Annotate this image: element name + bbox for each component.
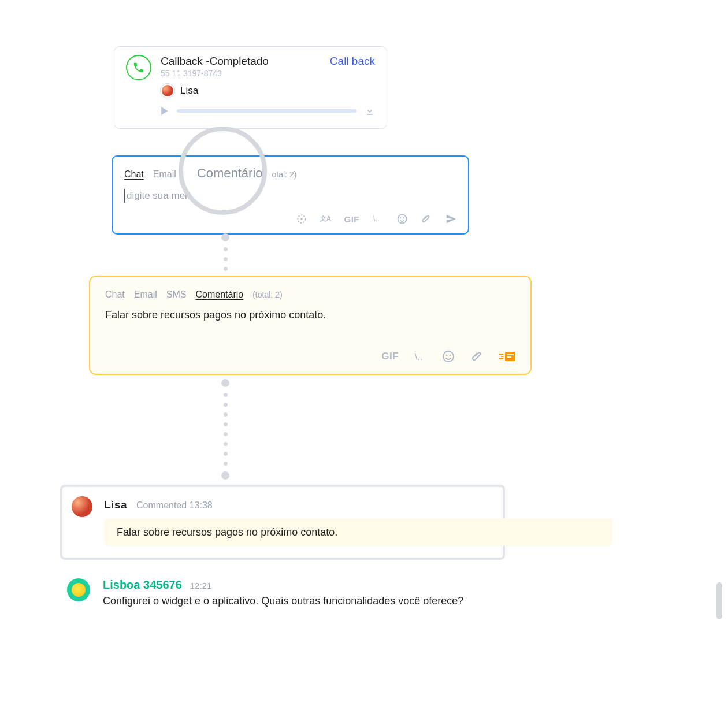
cobrowse-icon[interactable] xyxy=(296,213,307,225)
comment-header: Lisa Commented 13:38 xyxy=(104,499,213,511)
svg-text:\..: \.. xyxy=(415,351,423,362)
svg-point-4 xyxy=(398,215,407,224)
comment-meta: Commented 13:38 xyxy=(136,500,213,511)
compose-toolbar: 文A GIF \.. xyxy=(296,213,458,225)
tab-email[interactable]: Email xyxy=(134,289,157,300)
send-comment-icon[interactable] xyxy=(499,350,517,363)
compose-tabs: Chat Email Comentário otal: 2) xyxy=(124,166,456,181)
svg-point-10 xyxy=(450,355,451,356)
svg-point-1 xyxy=(300,218,302,220)
emoji-icon[interactable] xyxy=(396,213,408,225)
comment-text: Falar sobre recursos pagos no próximo co… xyxy=(117,526,337,538)
comment-bubble: Falar sobre recursos pagos no próximo co… xyxy=(104,518,612,546)
svg-rect-16 xyxy=(499,358,503,359)
callback-phone-number: 55 11 3197-8743 xyxy=(161,69,375,78)
attachment-icon[interactable] xyxy=(421,213,432,225)
message-input-placeholder: digite sua mer xyxy=(127,190,188,202)
comment-author: Lisa xyxy=(104,499,127,511)
contact-header: Lisboa 345676 12:21 xyxy=(103,578,463,592)
compose-chat-panel: Chat Email Comentário otal: 2) digite su… xyxy=(112,155,469,235)
svg-rect-12 xyxy=(507,354,514,355)
tabs-total-partial: otal: 2) xyxy=(272,170,297,179)
avatar xyxy=(72,496,92,517)
contact-time: 12:21 xyxy=(190,581,212,590)
svg-rect-14 xyxy=(499,354,503,355)
comment-tabs: Chat Email SMS Comentário (total: 2) xyxy=(105,289,515,300)
connector-dots-bottom xyxy=(221,379,229,480)
gif-icon[interactable]: GIF xyxy=(381,351,399,362)
svg-text:文A: 文A xyxy=(320,215,331,222)
connector-dots-top xyxy=(221,233,229,271)
callback-body: Callback -Completado Call back 55 11 319… xyxy=(161,55,375,120)
compose-comment-panel: Chat Email SMS Comentário (total: 2) Fal… xyxy=(89,276,532,375)
tabs-total: (total: 2) xyxy=(252,290,282,299)
comment-toolbar: GIF \.. xyxy=(381,350,517,363)
agent-name: Lisa xyxy=(180,85,198,96)
tab-chat[interactable]: Chat xyxy=(105,289,125,300)
phone-icon xyxy=(126,55,151,80)
svg-point-9 xyxy=(446,355,448,356)
tab-comment-magnified[interactable]: Comentário xyxy=(197,166,263,181)
download-icon[interactable] xyxy=(365,106,375,116)
translate-icon[interactable]: 文A xyxy=(320,213,332,225)
emoji-icon[interactable] xyxy=(441,350,455,363)
contact-name[interactable]: Lisboa 345676 xyxy=(103,578,182,592)
callback-card: Callback -Completado Call back 55 11 319… xyxy=(114,46,387,129)
contact-avatar xyxy=(67,578,90,601)
audio-player xyxy=(161,106,375,116)
tab-comment[interactable]: Comentário xyxy=(195,289,243,300)
svg-point-5 xyxy=(400,217,401,218)
tab-email[interactable]: Email xyxy=(153,169,176,180)
send-icon[interactable] xyxy=(445,213,458,225)
attachment-icon[interactable] xyxy=(470,350,484,363)
gif-icon[interactable]: GIF xyxy=(344,214,360,224)
audio-track[interactable] xyxy=(177,109,356,113)
callback-title: Callback -Completado xyxy=(161,55,269,68)
avatar xyxy=(161,84,174,98)
tab-chat[interactable]: Chat xyxy=(124,169,144,180)
contact-text: Configurei o widget e o aplicativo. Quai… xyxy=(103,595,463,607)
call-back-link[interactable]: Call back xyxy=(330,55,375,68)
play-icon[interactable] xyxy=(161,107,169,115)
svg-point-8 xyxy=(443,351,454,362)
svg-rect-13 xyxy=(507,356,511,358)
slash-command-icon[interactable]: \.. xyxy=(414,350,426,363)
svg-rect-15 xyxy=(501,356,503,357)
contact-message: Lisboa 345676 12:21 Configurei o widget … xyxy=(67,578,463,607)
callback-agent: Lisa xyxy=(161,84,375,98)
comment-input-text[interactable]: Falar sobre recursos pagos no próximo co… xyxy=(105,309,515,321)
message-input[interactable]: digite sua mer xyxy=(124,189,456,203)
slash-command-icon[interactable]: \.. xyxy=(372,213,384,225)
svg-point-6 xyxy=(403,217,404,218)
tab-sms[interactable]: SMS xyxy=(166,289,187,300)
scrollbar-thumb[interactable] xyxy=(716,582,722,619)
svg-text:\..: \.. xyxy=(373,214,380,223)
comment-record: Lisa Commented 13:38 Falar sobre recurso… xyxy=(60,485,505,560)
